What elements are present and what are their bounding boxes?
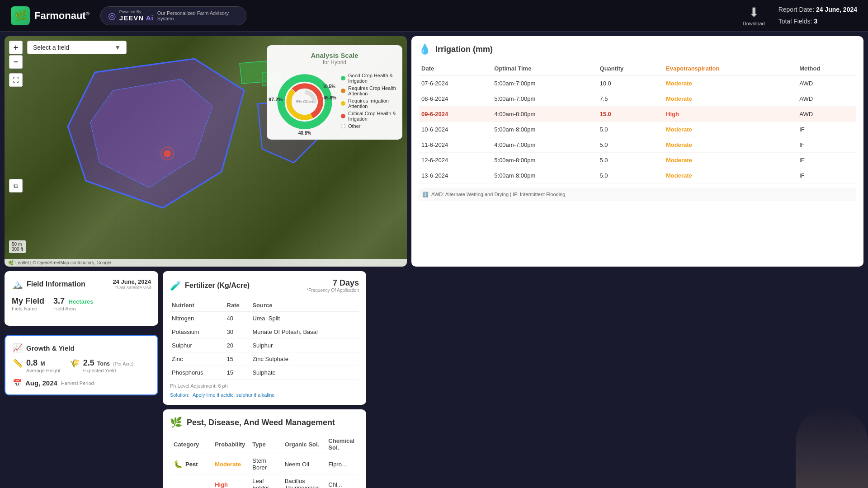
yield-values: 2.5 Tons (Per Acre) Expected Yield xyxy=(83,358,134,373)
irr-qty: 10.0 xyxy=(597,76,663,91)
pest-icon: 🌿 xyxy=(170,417,182,428)
field-info-icon: 🏔️ xyxy=(12,279,23,290)
pest-organic: Bacillus Thuringiensis xyxy=(281,474,325,488)
legend-crop: Requires Crop Health Attention xyxy=(341,85,396,96)
field-name-value: My Field xyxy=(12,296,44,306)
irrigation-note-text: AWD: Alternate Wetting and Drying | IF: … xyxy=(431,192,565,197)
fert-nutrient: Sulphur xyxy=(170,339,225,352)
fert-col-nutrient: Nutrient xyxy=(170,299,225,312)
field-select-placeholder: Select a field xyxy=(33,44,69,51)
legend-dot-irrigation xyxy=(341,101,345,106)
irr-time: 5:00am-7:00pm xyxy=(491,76,597,91)
irr-qty: 5.0 xyxy=(597,153,663,168)
download-button[interactable]: ⬇ Download xyxy=(743,5,765,26)
legend-label-irrigation: Requires Irrigation Attention xyxy=(348,98,396,109)
field-select-dropdown[interactable]: Select a field ▼ xyxy=(27,41,127,54)
irr-date: 07-6-2024 xyxy=(419,76,491,91)
donut-label-105: 10.5% xyxy=(323,84,335,89)
report-info: Report Date: 24 June, 2024 Total Fields:… xyxy=(778,4,857,27)
irr-qty: 5.0 xyxy=(597,122,663,137)
ph-note-text: Ph Level Adjustment: 6 ph xyxy=(170,383,228,389)
fertilizer-row: Phosphorus 15 Sulphate xyxy=(170,366,359,380)
harvest-value: Aug, 2024 xyxy=(25,379,57,387)
irrigation-row: 11-6-2024 4:00am-7:00pm 5.0 Moderate IF xyxy=(419,137,856,153)
height-icon: 📏 xyxy=(13,358,23,368)
report-date-value: 24 June, 2024 xyxy=(816,6,857,13)
yield-value-row: 2.5 Tons (Per Acre) xyxy=(83,358,134,368)
irr-date: 11-6-2024 xyxy=(419,137,491,153)
header-right: ⬇ Download Report Date: 24 June, 2024 To… xyxy=(743,4,857,27)
fert-nutrient: Potassium xyxy=(170,325,225,339)
fertilizer-row: Sulphur 20 Sulphur xyxy=(170,339,359,352)
height-values: 0.8 M Average Height xyxy=(26,358,61,373)
report-date: Report Date: 24 June, 2024 xyxy=(778,4,857,15)
powered-by-label: Powered By xyxy=(119,9,154,14)
yield-stat: 🌾 2.5 Tons (Per Acre) Expected Yield xyxy=(70,358,134,373)
legend-good: Good Crop Health & Irrigation xyxy=(341,73,396,84)
pest-panel: 🌿 Pest, Disease, And Weed Management Cat… xyxy=(163,409,366,488)
height-unit: M xyxy=(40,361,45,367)
layer-button[interactable]: ⧉ xyxy=(9,179,23,192)
fert-col-rate: Rate xyxy=(225,299,251,312)
growth-stats: 📏 0.8 M Average Height 🌾 xyxy=(13,358,150,373)
field-growth-col: 🏔️ Field Information 24 June, 2024 *Last… xyxy=(5,271,158,405)
pest-type: Stem Borer xyxy=(249,454,281,474)
irr-qty: 7.5 xyxy=(597,91,663,107)
growth-title: Growth & Yield xyxy=(26,344,75,352)
donut-label-97: 97.2% xyxy=(269,97,283,102)
fertilizer-days: 7 Days xyxy=(307,278,359,288)
irrigation-title: Irrigation (mm) xyxy=(435,45,493,54)
legend-dot-critical xyxy=(341,114,345,118)
legend-dot-other xyxy=(341,124,345,128)
field-area-value-row: 3.7 Hectares xyxy=(53,296,93,306)
fertilizer-title-row: 🧪 Fertilizer (Kg/Acre) xyxy=(170,280,250,291)
pest-col-probability: Probability xyxy=(211,435,249,454)
irr-date: 09-6-2024 xyxy=(419,107,491,122)
fertilizer-solution: Solution: Apply lime if acidic, sulphur … xyxy=(170,392,359,398)
col-qty: Quantity xyxy=(597,61,663,76)
fert-rate: 15 xyxy=(225,352,251,366)
header: 🌿 Farmonaut® ◎ Powered By JEEVN Ai Our P… xyxy=(0,0,868,32)
zoom-out-button[interactable]: − xyxy=(9,55,23,69)
fullscreen-button[interactable]: ⛶ xyxy=(9,73,23,87)
scale-300ft: 300 ft xyxy=(12,247,23,252)
map-scale-bar: 50 m 300 ft xyxy=(9,240,26,253)
irr-date: 08-6-2024 xyxy=(419,91,491,107)
growth-header: 📈 Growth & Yield xyxy=(13,343,150,353)
irr-evap: High xyxy=(663,107,797,122)
field-name-stat: My Field Field Name xyxy=(12,296,44,311)
irr-time: 4:00am-8:00pm xyxy=(491,107,597,122)
irrigation-panel: 💧 Irrigation (mm) Date Optimal Time Quan… xyxy=(411,36,863,267)
dropdown-arrow-icon: ▼ xyxy=(114,44,121,51)
yield-label: Expected Yield xyxy=(83,368,134,373)
donut-center: 5% Other xyxy=(293,99,316,104)
total-fields-value: 3 xyxy=(814,18,817,25)
irr-evap: Moderate xyxy=(663,122,797,137)
jeevn-logo-text: JEEVN Ai xyxy=(119,14,154,22)
map-attribution: 🌿 Leaflet | © OpenStreetMap contributors… xyxy=(5,259,407,267)
download-icon: ⬇ xyxy=(749,5,759,20)
field-info-title: Field Information xyxy=(27,280,85,288)
analysis-scale-subtitle: for Hybrid xyxy=(273,59,396,66)
legend-label-crop: Requires Crop Health Attention xyxy=(348,85,396,96)
jeevn-icon: ◎ xyxy=(108,10,116,21)
irr-evap: Moderate xyxy=(663,91,797,107)
irr-date: 12-6-2024 xyxy=(419,153,491,168)
irr-date: 13-6-2024 xyxy=(419,168,491,183)
fertilizer-freq: *Frequency Of Application xyxy=(307,288,359,293)
zoom-in-button[interactable]: + xyxy=(9,41,23,54)
height-stat: 📏 0.8 M Average Height xyxy=(13,358,61,373)
irrigation-row: 13-6-2024 5:00am-8:00pm 5.0 Moderate IF xyxy=(419,168,856,183)
irrigation-note: ℹ️ AWD: Alternate Wetting and Drying | I… xyxy=(419,188,856,201)
irr-method: AWD xyxy=(797,76,856,91)
field-name-label: Field Name xyxy=(12,306,44,311)
fert-nutrient: Nitrogen xyxy=(170,312,225,325)
fertilizer-row: Potassium 30 Muriate Of Potash, Basal xyxy=(170,325,359,339)
pest-category: 🐛Pest xyxy=(170,454,211,474)
harvest-icon: 📅 xyxy=(13,379,22,387)
fertilizer-header: 🧪 Fertilizer (Kg/Acre) 7 Days *Frequency… xyxy=(170,278,359,293)
logo-text: Farmonaut® xyxy=(34,10,90,22)
pest-type: Leaf Folder xyxy=(249,474,281,488)
pest-chemical: Chl... xyxy=(325,474,359,488)
category-name: Pest xyxy=(185,461,198,468)
